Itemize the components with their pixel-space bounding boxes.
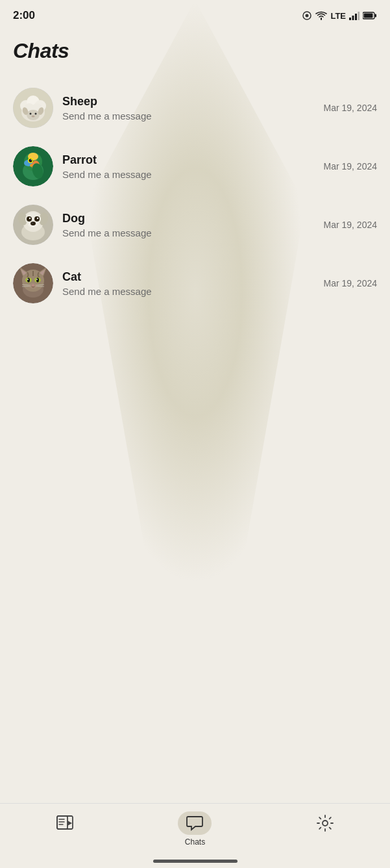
chats-nav-label: Chats xyxy=(185,837,205,847)
camera-icon xyxy=(302,10,312,21)
bottom-nav: Chats xyxy=(0,803,390,868)
chat-item-cat[interactable]: Cat Send me a message Mar 19, 2024 xyxy=(10,254,380,313)
svg-rect-2 xyxy=(349,18,351,20)
svg-point-41 xyxy=(37,218,38,219)
chat-item-sheep[interactable]: Sheep Send me a message Mar 19, 2024 xyxy=(10,79,380,137)
settings-icon-wrap xyxy=(308,811,342,835)
svg-point-46 xyxy=(32,223,34,224)
chat-preview-sheep: Send me a message xyxy=(62,110,316,121)
svg-point-18 xyxy=(35,113,37,115)
chat-date-dog: Mar 19, 2024 xyxy=(324,220,378,230)
home-indicator xyxy=(153,860,238,863)
svg-point-58 xyxy=(27,279,29,280)
svg-point-28 xyxy=(29,159,32,162)
media-icon-wrap xyxy=(48,811,82,835)
svg-point-56 xyxy=(27,278,30,283)
svg-rect-3 xyxy=(352,16,354,20)
chat-preview-cat: Send me a message xyxy=(62,286,316,297)
svg-point-39 xyxy=(34,216,40,222)
svg-rect-8 xyxy=(364,14,373,18)
chat-info-sheep: Sheep Send me a message xyxy=(62,95,316,121)
chat-icon xyxy=(186,815,203,831)
chat-item-parrot[interactable]: Parrot Send me a message Mar 19, 2024 xyxy=(10,137,380,196)
wifi-icon xyxy=(315,11,327,20)
avatar-sheep xyxy=(13,88,53,128)
avatar-parrot xyxy=(13,146,53,186)
svg-point-38 xyxy=(27,216,32,222)
chat-name-sheep: Sheep xyxy=(62,95,316,108)
chat-date-parrot: Mar 19, 2024 xyxy=(324,161,378,172)
chat-name-cat: Cat xyxy=(62,270,316,284)
chat-preview-dog: Send me a message xyxy=(62,227,316,238)
svg-point-59 xyxy=(36,279,38,280)
svg-point-16 xyxy=(27,110,40,120)
page-title: Chats xyxy=(0,29,390,79)
avatar-cat xyxy=(13,263,53,303)
battery-icon xyxy=(363,12,377,19)
nav-item-media[interactable] xyxy=(0,811,130,835)
status-icons: LTE xyxy=(302,10,377,21)
settings-icon xyxy=(317,815,334,832)
status-bar: 2:00 LTE xyxy=(0,0,390,29)
chat-info-cat: Cat Send me a message xyxy=(62,270,316,297)
nav-item-chats[interactable]: Chats xyxy=(130,811,260,847)
svg-rect-7 xyxy=(375,14,377,18)
avatar-dog xyxy=(13,205,53,245)
chat-name-dog: Dog xyxy=(62,212,316,225)
svg-point-29 xyxy=(30,159,32,160)
svg-point-19 xyxy=(32,116,35,118)
status-time: 2:00 xyxy=(13,9,35,22)
media-icon xyxy=(56,815,73,831)
signal-icon xyxy=(349,11,360,20)
lte-label: LTE xyxy=(330,11,346,21)
chat-preview-parrot: Send me a message xyxy=(62,169,316,180)
svg-marker-68 xyxy=(67,821,72,826)
chat-date-cat: Mar 19, 2024 xyxy=(324,278,378,288)
svg-point-40 xyxy=(29,218,30,219)
chats-icon-wrap xyxy=(178,811,212,835)
svg-rect-67 xyxy=(57,816,67,829)
svg-point-17 xyxy=(30,113,32,115)
nav-item-settings[interactable] xyxy=(260,811,390,835)
svg-point-57 xyxy=(36,278,39,283)
chat-date-sheep: Mar 19, 2024 xyxy=(324,103,378,113)
chat-info-dog: Dog Send me a message xyxy=(62,212,316,238)
chat-info-parrot: Parrot Send me a message xyxy=(62,153,316,180)
svg-rect-5 xyxy=(358,12,360,20)
svg-point-72 xyxy=(323,821,328,826)
svg-rect-4 xyxy=(355,14,357,20)
chat-item-dog[interactable]: Dog Send me a message Mar 19, 2024 xyxy=(10,196,380,254)
chat-name-parrot: Parrot xyxy=(62,153,316,167)
svg-point-1 xyxy=(306,14,309,18)
chat-list: Sheep Send me a message Mar 19, 2024 xyxy=(0,79,390,313)
